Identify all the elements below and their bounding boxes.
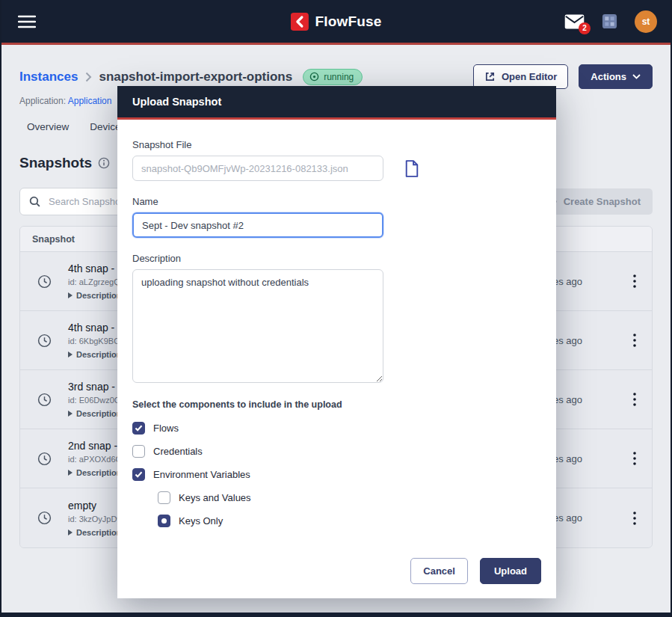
check-icon — [135, 425, 143, 432]
triangle-right-icon — [68, 411, 73, 417]
row-actions — [617, 271, 652, 291]
clock-icon — [20, 392, 68, 408]
snapshots-heading: Snapshots — [19, 155, 92, 171]
name-label: Name — [132, 196, 541, 207]
breadcrumb-instances-link[interactable]: Instances — [19, 70, 78, 85]
modal-footer: Cancel Upload — [117, 558, 556, 598]
description-label: Description — [132, 253, 541, 264]
row-actions — [617, 509, 652, 528]
environment-variables-checkbox[interactable] — [132, 468, 145, 481]
name-input[interactable] — [132, 212, 383, 238]
snapshot-time: es ago — [546, 512, 617, 524]
credentials-label[interactable]: Credentials — [153, 446, 203, 457]
actions-label: Actions — [591, 71, 626, 82]
radio-dot-icon — [161, 518, 167, 524]
description-toggle-label: Description — [76, 409, 122, 418]
upload-snapshot-modal: Upload Snapshot Snapshot File Name Descr… — [117, 86, 556, 598]
triangle-right-icon — [68, 352, 73, 357]
snapshot-time: es ago — [546, 276, 617, 287]
clock-icon — [20, 451, 68, 467]
option-credentials: Credentials — [132, 445, 541, 458]
column-header-snapshot: Snapshot — [32, 234, 75, 245]
triangle-right-icon — [68, 470, 73, 476]
brand: FlowFuse — [290, 13, 381, 31]
tab-overview[interactable]: Overview — [27, 121, 69, 132]
kebab-menu-icon[interactable] — [630, 271, 639, 291]
description-toggle-label: Description — [76, 291, 122, 300]
notification-badge: 2 — [579, 22, 591, 34]
app-root: FlowFuse 2 st Instances snapsho — [0, 0, 672, 617]
snapshot-file-label: Snapshot File — [132, 139, 541, 150]
open-editor-icon — [484, 71, 496, 82]
description-toggle-label: Description — [76, 350, 122, 359]
page-title: snapshot-import-export-options — [99, 70, 292, 85]
option-environment-variables: Environment Variables — [132, 468, 541, 481]
notifications-button[interactable]: 2 — [564, 14, 585, 29]
flows-label[interactable]: Flows — [153, 423, 179, 434]
description-toggle-label: Description — [76, 468, 122, 477]
triangle-right-icon — [68, 529, 73, 535]
keys-and-values-radio[interactable] — [158, 491, 170, 504]
description-toggle-label: Description — [76, 528, 122, 537]
clock-icon — [20, 510, 68, 526]
keys-only-label[interactable]: Keys Only — [179, 515, 223, 527]
row-actions — [617, 331, 652, 350]
file-picker-button[interactable] — [404, 159, 420, 178]
info-icon[interactable] — [98, 157, 110, 169]
modal-body: Snapshot File Name Description uploading… — [117, 120, 556, 558]
description-textarea[interactable]: uploading snapshot without credentials — [132, 269, 383, 383]
top-navbar: FlowFuse 2 st — [1, 0, 671, 43]
modal-header: Upload Snapshot — [117, 86, 556, 120]
snapshot-time: es ago — [546, 453, 617, 464]
triangle-right-icon — [68, 292, 73, 298]
flows-checkbox[interactable] — [132, 422, 145, 435]
document-icon — [404, 159, 420, 178]
application-label: Application: — [19, 96, 66, 106]
clock-icon — [20, 333, 68, 349]
keys-and-values-label[interactable]: Keys and Values — [179, 492, 251, 503]
upload-button[interactable]: Upload — [480, 558, 541, 584]
cancel-button[interactable]: Cancel — [410, 558, 468, 584]
kebab-menu-icon[interactable] — [630, 449, 639, 468]
bottom-bar — [1, 613, 671, 617]
chevron-down-icon — [632, 74, 641, 79]
environment-variables-label[interactable]: Environment Variables — [153, 469, 250, 480]
snapshot-time: es ago — [546, 335, 617, 346]
status-badge-label: running — [324, 72, 354, 82]
option-flows: Flows — [132, 422, 541, 435]
user-avatar[interactable]: st — [635, 10, 657, 33]
keys-only-radio[interactable] — [158, 515, 170, 527]
kebab-menu-icon[interactable] — [630, 390, 639, 409]
brand-name: FlowFuse — [315, 13, 381, 30]
clock-icon — [20, 274, 68, 289]
snapshot-time: es ago — [546, 394, 617, 405]
open-editor-label: Open Editor — [502, 71, 557, 82]
kebab-menu-icon[interactable] — [630, 331, 639, 350]
snapshot-file-input[interactable] — [132, 156, 383, 181]
navbar-right: 2 st — [564, 10, 657, 33]
flowfuse-logo-icon — [290, 13, 308, 31]
team-switcher-button[interactable] — [599, 11, 620, 31]
check-icon — [135, 471, 143, 478]
credentials-checkbox[interactable] — [132, 445, 145, 458]
running-status-icon — [309, 72, 319, 82]
tab-device[interactable]: Device — [90, 121, 120, 132]
option-keys-only: Keys Only — [158, 515, 541, 527]
actions-button[interactable]: Actions — [579, 64, 653, 89]
modal-title: Upload Snapshot — [132, 96, 221, 108]
row-actions — [617, 390, 652, 409]
hamburger-menu-icon[interactable] — [15, 12, 39, 31]
row-actions — [617, 449, 652, 468]
create-snapshot-label: Create Snapshot — [564, 196, 641, 207]
status-badge: running — [303, 69, 363, 85]
option-keys-and-values: Keys and Values — [158, 491, 541, 504]
chip-icon — [599, 11, 620, 31]
chevron-right-icon — [84, 72, 92, 82]
name-field-block: Name — [132, 196, 541, 238]
snapshot-file-row — [132, 156, 541, 181]
components-label: Select the components to include in the … — [132, 399, 541, 410]
application-link[interactable]: Application — [68, 96, 112, 106]
kebab-menu-icon[interactable] — [630, 509, 639, 528]
